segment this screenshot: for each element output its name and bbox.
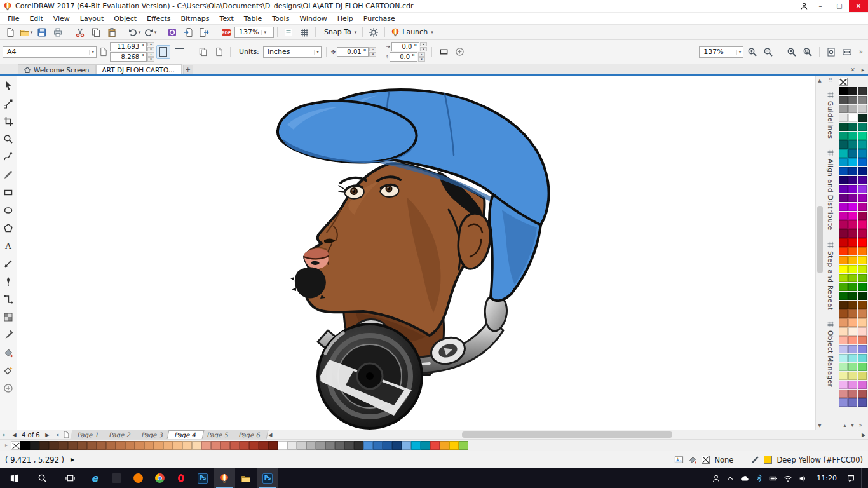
docker-tab-guidelines[interactable]: Guidelines xyxy=(827,91,834,139)
palette-swatch[interactable] xyxy=(848,309,857,318)
vertical-scroll-thumb[interactable] xyxy=(817,206,823,273)
zoom-to-page-button[interactable] xyxy=(824,45,838,59)
taskbar-app-opera[interactable] xyxy=(170,468,192,488)
color-eyedropper-tool[interactable] xyxy=(1,327,16,342)
palette-swatch[interactable] xyxy=(839,381,848,389)
palette-swatch[interactable] xyxy=(848,247,857,255)
undo-button[interactable]: ▾ xyxy=(126,25,142,39)
document-palette-swatch[interactable] xyxy=(173,441,182,450)
palette-swatch[interactable] xyxy=(848,123,857,131)
zoom-to-width-button[interactable] xyxy=(840,45,854,59)
palette-swatch[interactable] xyxy=(848,176,857,184)
palette-swatch[interactable] xyxy=(848,336,857,344)
page-tab-3[interactable]: Page 3 xyxy=(135,430,172,439)
horizontal-scrollbar[interactable]: ◀ ▶ xyxy=(265,430,868,439)
palette-scroll-up[interactable]: ▴ xyxy=(844,423,846,428)
document-palette-swatch[interactable] xyxy=(306,441,316,450)
palette-swatch[interactable] xyxy=(839,398,848,407)
menu-effects[interactable]: Effects xyxy=(142,13,175,24)
bluetooth-icon[interactable] xyxy=(755,474,763,482)
freehand-tool[interactable] xyxy=(1,149,16,165)
duplicate-y-field[interactable]: 0.0 " xyxy=(390,52,417,62)
palette-swatch[interactable] xyxy=(858,381,867,389)
palette-swatch[interactable] xyxy=(839,372,848,380)
docker-tab-step-and-repeat[interactable]: Step and Repeat xyxy=(827,241,834,310)
menu-layout[interactable]: Layout xyxy=(75,13,109,24)
palette-swatch[interactable] xyxy=(839,176,848,184)
menu-edit[interactable]: Edit xyxy=(24,13,48,24)
taskbar-app-photoshop[interactable]: Ps xyxy=(192,468,214,488)
document-palette-swatch[interactable] xyxy=(211,441,220,450)
document-palette-swatch[interactable] xyxy=(58,441,68,450)
palette-swatch[interactable] xyxy=(858,220,867,229)
scroll-right-icon[interactable]: ▶ xyxy=(859,430,868,439)
no-color-swatch[interactable] xyxy=(839,78,848,86)
connector-tool[interactable] xyxy=(1,292,16,307)
palette-swatch[interactable] xyxy=(848,301,857,309)
palette-swatch[interactable] xyxy=(858,203,867,211)
launch-button[interactable]: Launch ▾ xyxy=(388,25,435,39)
document-palette-swatch[interactable] xyxy=(220,441,230,450)
document-palette-swatch[interactable] xyxy=(363,441,373,450)
palette-swatch[interactable] xyxy=(848,87,857,95)
taskbar-app-edge[interactable]: e xyxy=(84,468,105,488)
palette-swatch[interactable] xyxy=(839,283,848,291)
scroll-tabs-button[interactable]: ▸ xyxy=(858,65,868,74)
document-palette-swatch[interactable] xyxy=(30,441,39,450)
palette-swatch[interactable] xyxy=(839,87,848,95)
palette-swatch[interactable] xyxy=(858,336,867,344)
dup-y-up[interactable]: ▴ xyxy=(418,52,425,57)
palette-swatch[interactable] xyxy=(848,398,857,407)
palette-swatch[interactable] xyxy=(858,363,867,371)
palette-swatch[interactable] xyxy=(848,381,857,389)
last-page-button[interactable]: ⇥ xyxy=(52,430,62,439)
page-width-field[interactable]: 11.693 " xyxy=(110,42,147,51)
volume-icon[interactable] xyxy=(798,474,807,483)
start-button[interactable] xyxy=(0,468,28,488)
palette-swatch[interactable] xyxy=(858,105,867,113)
tab-welcome-screen[interactable]: Welcome Screen xyxy=(18,64,96,74)
drawing-canvas[interactable] xyxy=(17,76,815,430)
cut-button[interactable] xyxy=(72,25,88,39)
current-page-button[interactable] xyxy=(212,45,226,59)
nudge-field[interactable]: 0.01 " xyxy=(337,47,369,57)
portrait-button[interactable] xyxy=(156,45,170,59)
palette-swatch[interactable] xyxy=(848,274,857,282)
duplicate-x-field[interactable]: 0.0 " xyxy=(391,42,419,51)
page-tab-1[interactable]: Page 1 xyxy=(70,430,107,439)
taskbar-app-coreldraw[interactable] xyxy=(214,468,235,488)
zoom-all-objects-button[interactable] xyxy=(801,45,815,59)
onedrive-cloud-icon[interactable] xyxy=(740,474,749,483)
scroll-up-icon[interactable]: ▲ xyxy=(816,76,824,85)
palette-swatch[interactable] xyxy=(848,265,857,273)
palette-swatch[interactable] xyxy=(848,390,857,398)
width-spin-down[interactable]: ▾ xyxy=(147,47,154,51)
minimize-button[interactable]: – xyxy=(811,0,830,12)
document-palette-swatch[interactable] xyxy=(402,441,411,450)
first-page-button[interactable]: ⇤ xyxy=(0,430,10,439)
palette-swatch[interactable] xyxy=(848,158,857,166)
export-button[interactable] xyxy=(196,25,212,39)
save-button[interactable] xyxy=(34,25,50,39)
document-palette-swatch[interactable] xyxy=(440,441,449,450)
menu-object[interactable]: Object xyxy=(109,13,142,24)
document-palette-swatch[interactable] xyxy=(144,441,154,450)
import-button[interactable] xyxy=(180,25,196,39)
customize-toolbox-button[interactable] xyxy=(1,381,16,396)
palette-swatch[interactable] xyxy=(839,167,848,175)
palette-swatch[interactable] xyxy=(839,318,848,327)
palette-swatch[interactable] xyxy=(858,212,867,220)
publish-pdf-button[interactable] xyxy=(219,25,234,39)
palette-swatch[interactable] xyxy=(858,292,867,300)
palette-swatch[interactable] xyxy=(858,345,867,353)
document-palette-swatch[interactable] xyxy=(383,441,392,450)
pick-tool[interactable] xyxy=(1,78,16,93)
document-palette-swatch[interactable] xyxy=(11,441,20,450)
palette-swatch[interactable] xyxy=(858,158,867,166)
notification-center-icon[interactable] xyxy=(846,474,855,483)
units-combo[interactable]: inches ▾ xyxy=(263,46,322,58)
palette-swatch[interactable] xyxy=(839,309,848,318)
document-palette-swatch[interactable] xyxy=(392,441,402,450)
document-palette-swatch[interactable] xyxy=(344,441,354,450)
palette-swatch[interactable] xyxy=(839,114,848,122)
